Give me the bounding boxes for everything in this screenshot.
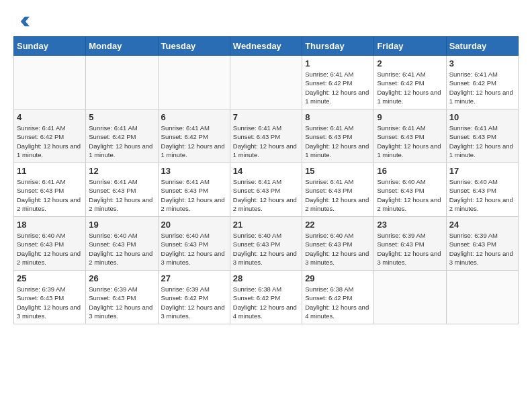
day-number: 6 [161, 112, 227, 122]
calendar-cell: 26Sunrise: 6:39 AM Sunset: 6:43 PM Dayli… [86, 271, 158, 324]
svg-marker-1 [21, 17, 30, 26]
day-number: 10 [449, 112, 515, 122]
cell-info: Sunrise: 6:39 AM Sunset: 6:42 PM Dayligh… [161, 285, 227, 320]
page-header [13, 13, 519, 30]
calendar-cell: 6Sunrise: 6:41 AM Sunset: 6:42 PM Daylig… [158, 109, 230, 163]
logo-icon [13, 13, 30, 30]
day-number: 11 [17, 166, 83, 176]
calendar-cell: 8Sunrise: 6:41 AM Sunset: 6:43 PM Daylig… [302, 109, 374, 163]
col-header-wednesday: Wednesday [230, 37, 302, 56]
day-number: 1 [305, 58, 371, 68]
cell-info: Sunrise: 6:40 AM Sunset: 6:43 PM Dayligh… [305, 231, 371, 267]
cell-info: Sunrise: 6:39 AM Sunset: 6:43 PM Dayligh… [449, 231, 515, 267]
calendar-cell [230, 56, 302, 109]
cell-info: Sunrise: 6:41 AM Sunset: 6:42 PM Dayligh… [305, 70, 371, 105]
calendar-cell: 9Sunrise: 6:41 AM Sunset: 6:43 PM Daylig… [374, 109, 446, 163]
calendar-week-2: 4Sunrise: 6:41 AM Sunset: 6:42 PM Daylig… [14, 109, 519, 163]
calendar-cell: 27Sunrise: 6:39 AM Sunset: 6:42 PM Dayli… [158, 271, 230, 324]
cell-info: Sunrise: 6:41 AM Sunset: 6:42 PM Dayligh… [161, 124, 227, 159]
calendar-cell: 21Sunrise: 6:40 AM Sunset: 6:43 PM Dayli… [230, 217, 302, 271]
cell-info: Sunrise: 6:41 AM Sunset: 6:43 PM Dayligh… [89, 177, 154, 213]
calendar-week-3: 11Sunrise: 6:41 AM Sunset: 6:43 PM Dayli… [14, 163, 519, 217]
calendar-cell: 18Sunrise: 6:40 AM Sunset: 6:43 PM Dayli… [14, 217, 86, 271]
day-number: 28 [233, 273, 299, 283]
cell-info: Sunrise: 6:41 AM Sunset: 6:43 PM Dayligh… [377, 124, 443, 159]
calendar-cell: 10Sunrise: 6:41 AM Sunset: 6:43 PM Dayli… [446, 109, 518, 163]
col-header-tuesday: Tuesday [158, 37, 230, 56]
day-number: 19 [89, 220, 154, 230]
calendar-cell [374, 271, 446, 324]
cell-info: Sunrise: 6:41 AM Sunset: 6:43 PM Dayligh… [305, 177, 371, 213]
col-header-friday: Friday [374, 37, 446, 56]
day-number: 22 [305, 220, 371, 230]
calendar-cell: 22Sunrise: 6:40 AM Sunset: 6:43 PM Dayli… [302, 217, 374, 271]
col-header-saturday: Saturday [446, 37, 518, 56]
cell-info: Sunrise: 6:39 AM Sunset: 6:43 PM Dayligh… [89, 285, 154, 320]
day-number: 24 [449, 220, 515, 230]
col-header-sunday: Sunday [14, 37, 86, 56]
calendar-cell: 17Sunrise: 6:40 AM Sunset: 6:43 PM Dayli… [446, 163, 518, 217]
logo [13, 13, 32, 30]
calendar-cell [446, 271, 518, 324]
day-number: 26 [89, 273, 154, 283]
day-number: 20 [161, 220, 227, 230]
calendar-cell: 12Sunrise: 6:41 AM Sunset: 6:43 PM Dayli… [86, 163, 158, 217]
calendar-cell: 15Sunrise: 6:41 AM Sunset: 6:43 PM Dayli… [302, 163, 374, 217]
cell-info: Sunrise: 6:41 AM Sunset: 6:43 PM Dayligh… [449, 124, 515, 159]
day-number: 14 [233, 166, 299, 176]
calendar-cell: 24Sunrise: 6:39 AM Sunset: 6:43 PM Dayli… [446, 217, 518, 271]
cell-info: Sunrise: 6:39 AM Sunset: 6:43 PM Dayligh… [377, 231, 443, 267]
cell-info: Sunrise: 6:41 AM Sunset: 6:42 PM Dayligh… [89, 124, 154, 159]
day-number: 18 [17, 220, 83, 230]
cell-info: Sunrise: 6:40 AM Sunset: 6:43 PM Dayligh… [233, 231, 299, 267]
col-header-monday: Monday [86, 37, 158, 56]
cell-info: Sunrise: 6:41 AM Sunset: 6:42 PM Dayligh… [17, 124, 83, 159]
calendar-week-4: 18Sunrise: 6:40 AM Sunset: 6:43 PM Dayli… [14, 217, 519, 271]
col-header-thursday: Thursday [302, 37, 374, 56]
calendar-cell: 7Sunrise: 6:41 AM Sunset: 6:43 PM Daylig… [230, 109, 302, 163]
calendar-cell: 19Sunrise: 6:40 AM Sunset: 6:43 PM Dayli… [86, 217, 158, 271]
cell-info: Sunrise: 6:40 AM Sunset: 6:43 PM Dayligh… [17, 231, 83, 267]
day-number: 8 [305, 112, 371, 122]
calendar-cell: 13Sunrise: 6:41 AM Sunset: 6:43 PM Dayli… [158, 163, 230, 217]
cell-info: Sunrise: 6:40 AM Sunset: 6:43 PM Dayligh… [89, 231, 154, 267]
calendar-cell: 20Sunrise: 6:40 AM Sunset: 6:43 PM Dayli… [158, 217, 230, 271]
calendar-body: 1Sunrise: 6:41 AM Sunset: 6:42 PM Daylig… [14, 56, 519, 324]
day-number: 9 [377, 112, 443, 122]
calendar-cell: 2Sunrise: 6:41 AM Sunset: 6:42 PM Daylig… [374, 56, 446, 109]
calendar-cell: 4Sunrise: 6:41 AM Sunset: 6:42 PM Daylig… [14, 109, 86, 163]
calendar-cell: 25Sunrise: 6:39 AM Sunset: 6:43 PM Dayli… [14, 271, 86, 324]
day-number: 27 [161, 273, 227, 283]
calendar-cell: 16Sunrise: 6:40 AM Sunset: 6:43 PM Dayli… [374, 163, 446, 217]
day-number: 7 [233, 112, 299, 122]
cell-info: Sunrise: 6:41 AM Sunset: 6:43 PM Dayligh… [161, 177, 227, 213]
cell-info: Sunrise: 6:40 AM Sunset: 6:43 PM Dayligh… [377, 177, 443, 213]
day-number: 23 [377, 220, 443, 230]
cell-info: Sunrise: 6:38 AM Sunset: 6:42 PM Dayligh… [305, 285, 371, 320]
day-number: 25 [17, 273, 83, 283]
cell-info: Sunrise: 6:41 AM Sunset: 6:43 PM Dayligh… [305, 124, 371, 159]
calendar-cell [86, 56, 158, 109]
calendar-cell: 23Sunrise: 6:39 AM Sunset: 6:43 PM Dayli… [374, 217, 446, 271]
day-number: 16 [377, 166, 443, 176]
day-number: 2 [377, 58, 443, 68]
calendar-cell: 11Sunrise: 6:41 AM Sunset: 6:43 PM Dayli… [14, 163, 86, 217]
day-number: 21 [233, 220, 299, 230]
calendar-week-1: 1Sunrise: 6:41 AM Sunset: 6:42 PM Daylig… [14, 56, 519, 109]
cell-info: Sunrise: 6:41 AM Sunset: 6:43 PM Dayligh… [233, 124, 299, 159]
day-number: 4 [17, 112, 83, 122]
cell-info: Sunrise: 6:40 AM Sunset: 6:43 PM Dayligh… [449, 177, 515, 213]
day-number: 3 [449, 58, 515, 68]
calendar-cell: 29Sunrise: 6:38 AM Sunset: 6:42 PM Dayli… [302, 271, 374, 324]
calendar-cell: 3Sunrise: 6:41 AM Sunset: 6:42 PM Daylig… [446, 56, 518, 109]
day-number: 5 [89, 112, 154, 122]
day-number: 12 [89, 166, 154, 176]
day-number: 15 [305, 166, 371, 176]
cell-info: Sunrise: 6:40 AM Sunset: 6:43 PM Dayligh… [161, 231, 227, 267]
calendar-cell [158, 56, 230, 109]
calendar-cell: 14Sunrise: 6:41 AM Sunset: 6:43 PM Dayli… [230, 163, 302, 217]
cell-info: Sunrise: 6:41 AM Sunset: 6:42 PM Dayligh… [377, 70, 443, 105]
calendar-cell [14, 56, 86, 109]
calendar-table: SundayMondayTuesdayWednesdayThursdayFrid… [13, 36, 519, 324]
day-number: 29 [305, 273, 371, 283]
